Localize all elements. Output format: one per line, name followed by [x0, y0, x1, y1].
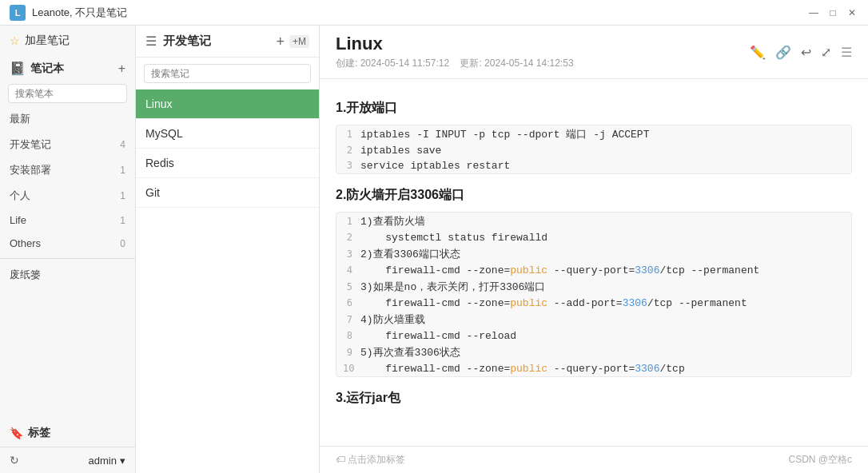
code-line: 6 firewall-cmd --zone=public --add-port=… — [336, 296, 851, 311]
code-line: 1 1)查看防火墙 — [336, 213, 851, 230]
footer-source: CSDN @空格c — [788, 453, 852, 467]
code-line: 7 4)防火墙重载 — [336, 311, 851, 328]
sidebar-item-deploy[interactable]: 安装部署 1 — [0, 157, 135, 183]
code-block-1: 1 iptables -I INPUT -p tcp --dport 端口 -j… — [336, 125, 852, 174]
middle-header-right: + +M — [276, 34, 309, 49]
code-block-2: 1 1)查看防火墙 2 systemctl status firewalld 3… — [336, 212, 852, 377]
add-note-button[interactable]: + — [276, 34, 285, 49]
code-line: 3 2)查看3306端口状态 — [336, 245, 851, 263]
main-layout: ☆ 加星笔记 📓 笔记本 + 最新 开发笔记 4 安装部署 1 — [0, 26, 868, 473]
content-footer: 🏷 点击添加标签 CSDN @空格c — [320, 446, 868, 473]
star-icon: ☆ — [10, 34, 20, 47]
sidebar-item-life[interactable]: Life 1 — [0, 209, 135, 232]
content-header-left: Linux 创建: 2024-05-14 11:57:12 更新: 2024-0… — [336, 34, 574, 70]
notebook-section-label: 📓 笔记本 — [10, 61, 64, 76]
notebook-title: 开发笔记 — [163, 34, 211, 49]
meta-created: 创建: 2024-05-14 11:57:12 — [336, 58, 449, 69]
note-title-redis: Redis — [145, 157, 309, 169]
list-icon[interactable]: ☰ — [145, 34, 157, 49]
sidebar-footer: ↻ admin ▾ — [0, 447, 135, 473]
sidebar: ☆ 加星笔记 📓 笔记本 + 最新 开发笔记 4 安装部署 1 — [0, 26, 136, 473]
note-item-linux[interactable]: Linux — [136, 89, 319, 119]
code-line: 1 iptables -I INPUT -p tcp --dport 端口 -j… — [336, 125, 851, 143]
more-options-button[interactable]: +M — [289, 35, 309, 48]
content-header: Linux 创建: 2024-05-14 11:57:12 更新: 2024-0… — [320, 26, 868, 79]
code-line: 5 3)如果是no，表示关闭，打开3306端口 — [336, 278, 851, 296]
window-controls: — □ ✕ — [807, 6, 858, 19]
tag-add-label[interactable]: 🏷 点击添加标签 — [336, 453, 405, 467]
note-item-git[interactable]: Git — [136, 178, 319, 208]
history-button[interactable]: ↩ — [801, 45, 811, 60]
note-item-redis[interactable]: Redis — [136, 149, 319, 178]
note-title-mysql: MySQL — [145, 127, 309, 140]
section-heading-2: 2.防火墙开启3306端口 — [336, 187, 852, 204]
titlebar: L Leanote, 不只是笔记 — □ ✕ — [0, 0, 868, 26]
note-list: Linux MySQL Redis Git — [136, 89, 319, 473]
code-line: 9 5)再次查看3306状态 — [336, 344, 851, 361]
code-line: 4 firewall-cmd --zone=public --query-por… — [336, 263, 851, 278]
notebook-search-input[interactable] — [8, 84, 127, 103]
middle-header-left: ☰ 开发笔记 — [145, 34, 211, 49]
close-button[interactable]: ✕ — [846, 6, 858, 19]
bookmark-icon: 🔖 — [10, 427, 23, 439]
note-main-title: Linux — [336, 34, 574, 54]
refresh-button[interactable]: ↻ — [10, 454, 19, 467]
content-area: Linux 创建: 2024-05-14 11:57:12 更新: 2024-0… — [320, 26, 868, 473]
expand-button[interactable]: ⤢ — [821, 45, 831, 60]
maximize-button[interactable]: □ — [826, 6, 839, 19]
note-meta: 创建: 2024-05-14 11:57:12 更新: 2024-05-14 1… — [336, 57, 574, 70]
notebook-search-container — [0, 81, 135, 106]
section-heading-3: 3.运行jar包 — [336, 390, 852, 407]
code-line: 8 firewall-cmd --reload — [336, 328, 851, 344]
titlebar-left: L Leanote, 不只是笔记 — [10, 5, 127, 21]
add-notebook-button[interactable]: + — [118, 62, 125, 76]
content-actions: ✏️ 🔗 ↩ ⤢ ☰ — [750, 45, 852, 60]
meta-updated: 更新: 2024-05-14 14:12:53 — [460, 58, 573, 69]
minimize-button[interactable]: — — [807, 6, 820, 19]
notebook-icon: 📓 — [10, 61, 26, 76]
sidebar-item-trash[interactable]: 废纸篓 — [0, 262, 135, 288]
sidebar-item-others[interactable]: Others 0 — [0, 232, 135, 255]
user-arrow-icon: ▾ — [120, 455, 125, 467]
edit-button[interactable]: ✏️ — [750, 45, 766, 60]
middle-panel: ☰ 开发笔记 + +M Linux MySQL Redis Git — [136, 26, 320, 473]
note-search-container — [136, 58, 319, 89]
link-button[interactable]: 🔗 — [775, 45, 791, 60]
code-line: 3 service iptables restart — [336, 158, 851, 173]
section-heading-1: 1.开放端口 — [336, 100, 852, 117]
app-title: Leanote, 不只是笔记 — [32, 6, 127, 20]
note-search-input[interactable] — [144, 64, 311, 83]
app-logo: L — [10, 5, 26, 21]
note-item-mysql[interactable]: MySQL — [136, 119, 319, 149]
middle-header: ☰ 开发笔记 + +M — [136, 26, 319, 58]
sidebar-item-personal[interactable]: 个人 1 — [0, 183, 135, 209]
sidebar-item-recent[interactable]: 最新 — [0, 106, 135, 132]
tags-section: 🔖 标签 — [0, 419, 135, 447]
starred-label: 加星笔记 — [25, 34, 70, 48]
note-title-git: Git — [145, 186, 309, 199]
note-title-linux: Linux — [145, 97, 309, 110]
menu-icon[interactable]: ☰ — [841, 45, 852, 60]
sidebar-starred[interactable]: ☆ 加星笔记 — [0, 26, 135, 56]
sidebar-item-devnotes[interactable]: 开发笔记 4 — [0, 132, 135, 157]
notebook-section: 📓 笔记本 + — [0, 56, 135, 81]
code-line: 2 iptables save — [336, 143, 851, 158]
notebook-list: 最新 开发笔记 4 安装部署 1 个人 1 Life 1 Others 0 — [0, 106, 135, 419]
content-body: 1.开放端口 1 iptables -I INPUT -p tcp --dpor… — [320, 79, 868, 446]
code-line: 2 systemctl status firewalld — [336, 230, 851, 245]
user-menu[interactable]: admin ▾ — [89, 455, 125, 467]
sidebar-divider — [0, 258, 135, 259]
code-line: 10 firewall-cmd --zone=public --query-po… — [336, 361, 851, 376]
